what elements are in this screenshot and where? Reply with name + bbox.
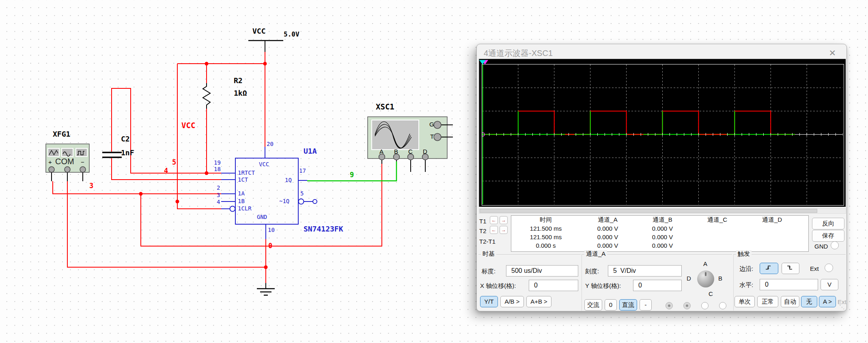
t2-time: 121.500 ms xyxy=(511,234,580,240)
falling-edge-button[interactable] xyxy=(782,263,799,274)
trigger-legend: 触发 xyxy=(736,250,752,258)
a-trigger-button[interactable]: A > xyxy=(819,296,836,307)
chip-label-1rtct: 1RTCT xyxy=(238,170,255,176)
pin-4: 4 xyxy=(217,199,220,205)
table-header-row: 时间 通道_A 通道_B 通道_C 通道_D xyxy=(511,216,808,224)
chip-label-vcc: VCC xyxy=(259,161,269,167)
channel-a-radio[interactable] xyxy=(666,302,673,309)
chip-label-1clr: 1CLR xyxy=(238,206,252,212)
xsc1-icon[interactable] xyxy=(368,117,453,172)
trigger-level-input[interactable] xyxy=(760,279,818,290)
trigger-unit-button[interactable]: V xyxy=(821,279,838,290)
chip-label-n1q: ~1Q xyxy=(279,198,289,204)
xfg1-com-label: COM xyxy=(55,157,74,166)
trigger-ext-radio[interactable] xyxy=(825,264,833,272)
t2-right-button[interactable]: → xyxy=(500,226,508,234)
single-trigger-button[interactable]: 单次 xyxy=(734,296,755,307)
resize-grip[interactable]: ⋱ xyxy=(839,304,845,310)
net-label-5: 5 xyxy=(172,159,176,166)
t1-b: 0.000 V xyxy=(635,225,690,232)
channel-a-ypos-label: Y 轴位移(格): xyxy=(585,282,621,290)
ac-coupling-button[interactable]: 交流 xyxy=(584,299,602,311)
oscilloscope-window[interactable]: 4通道示波器-XSC1 ✕ T1 ← → T2 ← → T2-T1 时间 通道_… xyxy=(476,44,847,311)
channel-b-radio[interactable] xyxy=(683,302,691,309)
c2-value: 1nF xyxy=(121,149,134,157)
gnd-radio[interactable] xyxy=(831,241,839,249)
vcc-net-label: VCC xyxy=(181,122,195,130)
resistor-r2[interactable] xyxy=(203,83,210,109)
t2t1-a: 0.000 V xyxy=(580,242,635,249)
pin-19: 19 xyxy=(214,160,221,166)
knob-letter-a: A xyxy=(703,260,707,267)
knob-letter-b: B xyxy=(718,275,722,282)
t2-left-button[interactable]: ← xyxy=(490,226,498,234)
timebase-xpos-label: X 轴位移(格): xyxy=(480,282,516,290)
wire-rtct-net4[interactable] xyxy=(112,88,221,173)
timebase-xpos-input[interactable] xyxy=(529,280,578,291)
t1-right-button[interactable]: → xyxy=(500,216,508,224)
yt-mode-button[interactable]: Y/T xyxy=(480,296,498,307)
display-scrollbar[interactable] xyxy=(479,208,846,214)
save-button[interactable]: 保存 xyxy=(812,230,844,242)
t2-t1-label: T2-T1 xyxy=(479,238,495,245)
wire-vcc-rail[interactable] xyxy=(177,52,265,209)
vcc-symbol[interactable] xyxy=(248,41,283,52)
rising-edge-button[interactable] xyxy=(760,263,778,274)
cursor-flag-t1[interactable] xyxy=(479,60,486,64)
xsc1-a-label: A xyxy=(379,148,383,155)
col-channel-a: 通道_A xyxy=(580,216,635,224)
xsc1-c-label: C xyxy=(408,148,413,155)
zero-coupling-button[interactable]: 0 xyxy=(605,299,617,311)
capacitor-c2[interactable] xyxy=(102,152,122,157)
ground-symbol[interactable] xyxy=(257,283,275,295)
schematic-canvas: VCC 5.0V R2 1kΩ VCC C2 1nF XFG1 + COM − … xyxy=(0,0,868,343)
auto-trigger-button[interactable]: 自动 xyxy=(781,296,799,307)
t2-label: T2 xyxy=(479,227,487,234)
col-channel-d: 通道_D xyxy=(745,216,799,224)
chip-label-1b: 1B xyxy=(238,198,245,204)
table-row-t1: 121.500 ms 0.000 V 0.000 V xyxy=(511,224,808,233)
t2-a: 0.000 V xyxy=(580,234,635,240)
apb-mode-button[interactable]: A+B > xyxy=(526,296,551,307)
channel-a-scale-input[interactable] xyxy=(608,265,682,277)
channel-a-legend: 通道_A xyxy=(584,250,607,258)
scope-plot-area[interactable] xyxy=(482,64,844,206)
r2-value: 1kΩ xyxy=(234,90,247,97)
timebase-scale-input[interactable] xyxy=(506,265,578,277)
scrollbar-thumb[interactable] xyxy=(480,209,817,213)
scope-display xyxy=(479,59,846,207)
xsc1-d-label: D xyxy=(423,148,427,155)
table-row-t2-t1: 0.000 s 0.000 V 0.000 V xyxy=(511,241,808,250)
channel-select-knob[interactable] xyxy=(697,270,714,287)
col-time: 时间 xyxy=(511,216,580,224)
channel-a-ypos-input[interactable] xyxy=(633,280,682,291)
reverse-button[interactable]: 反向 xyxy=(812,218,844,229)
falling-edge-icon xyxy=(787,265,794,270)
none-trigger-button[interactable]: 无 xyxy=(801,296,817,307)
t1-left-button[interactable]: ← xyxy=(490,216,498,224)
pin-3: 3 xyxy=(217,192,220,198)
junction-dots xyxy=(139,62,268,269)
xfg1-plus-label: + xyxy=(48,159,52,165)
c2-refdes: C2 xyxy=(121,135,130,143)
normal-trigger-button[interactable]: 正常 xyxy=(757,296,778,307)
channel-c-radio[interactable] xyxy=(701,302,709,309)
minus-coupling-button[interactable]: - xyxy=(640,299,652,311)
trigger-edge-label: 边沿: xyxy=(739,265,753,273)
wire-ground-net[interactable] xyxy=(67,181,266,283)
pin-18: 18 xyxy=(214,166,221,172)
dc-coupling-button[interactable]: 直流 xyxy=(619,299,637,311)
net-label-4: 4 xyxy=(164,167,168,175)
t1-time: 121.500 ms xyxy=(511,225,580,232)
t2t1-time: 0.000 s xyxy=(511,242,580,249)
close-icon[interactable]: ✕ xyxy=(829,48,836,58)
measurement-table: 时间 通道_A 通道_B 通道_C 通道_D 121.500 ms 0.000 … xyxy=(511,215,809,252)
ab-mode-button[interactable]: A/B > xyxy=(500,296,524,307)
channel-d-radio[interactable] xyxy=(719,302,726,309)
xsc1-b-label: B xyxy=(394,148,398,155)
trigger-level-label: 水平: xyxy=(739,281,753,289)
timebase-legend: 时基 xyxy=(481,250,496,258)
net-label-3: 3 xyxy=(89,182,93,190)
chip-label-1q: 1Q xyxy=(285,177,292,183)
cursor-controls: T1 ← → T2 ← → T2-T1 xyxy=(479,215,510,252)
